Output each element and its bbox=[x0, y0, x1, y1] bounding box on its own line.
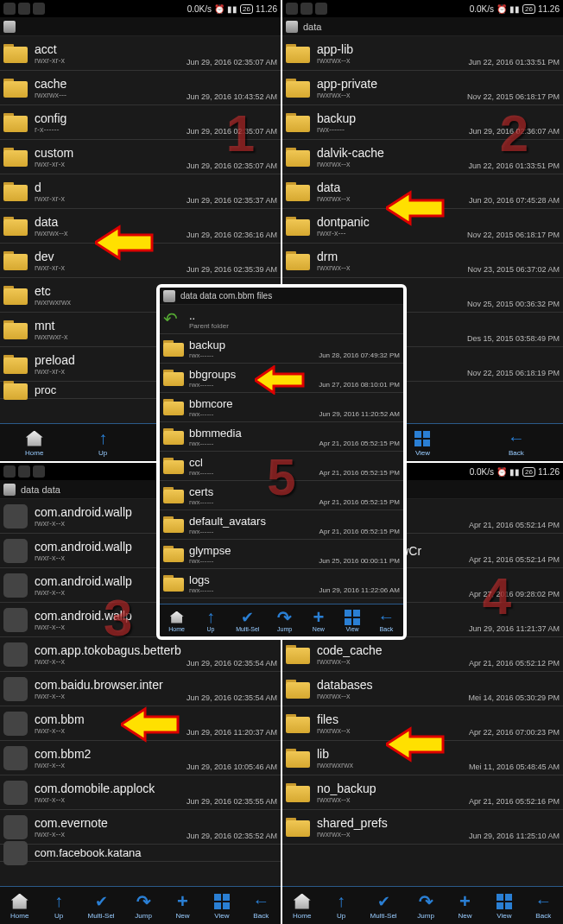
list-item[interactable]: com.evernoterwxr-x--xJun 29, 2016 02:35:… bbox=[0, 810, 281, 845]
bbm-icon bbox=[3, 3, 16, 15]
tool-label: Back bbox=[509, 449, 524, 457]
multi-button[interactable]: ✔Multi-Sel bbox=[370, 892, 397, 920]
path-bar[interactable]: data data com.bbm files bbox=[160, 288, 403, 305]
view-button[interactable]: View bbox=[412, 429, 433, 457]
jump-button[interactable]: ↷Jump bbox=[415, 892, 436, 920]
list-item[interactable]: bbmmediarwx------Apr 21, 2016 05:52:15 P… bbox=[160, 422, 403, 452]
list-item[interactable]: app-librwxrwx--xJun 22, 2016 01:33:51 PM bbox=[282, 36, 563, 71]
path-bar[interactable] bbox=[0, 17, 281, 36]
app-icon bbox=[3, 608, 28, 632]
view-button[interactable]: View bbox=[494, 892, 515, 920]
app-icon bbox=[33, 3, 45, 15]
multi-button[interactable]: ✔Multi-Sel bbox=[236, 610, 259, 632]
back-icon: ← bbox=[533, 892, 554, 911]
net-speed: 0.0K/s bbox=[470, 4, 494, 14]
entry-date: Jun 22, 2016 01:33:51 PM bbox=[468, 161, 560, 170]
app-icon bbox=[3, 504, 28, 528]
up-button[interactable]: ↑Up bbox=[331, 892, 351, 920]
list-item[interactable]: com.bbm2rwxr-x--xJun 29, 2016 10:05:46 A… bbox=[0, 741, 281, 775]
path-bar[interactable]: data bbox=[282, 17, 563, 36]
back-icon: ← bbox=[506, 429, 527, 448]
back-button[interactable]: ←Back bbox=[533, 892, 554, 920]
new-button[interactable]: +New bbox=[454, 892, 475, 920]
folder-icon bbox=[286, 79, 310, 98]
entry-name: com.facebook.katana bbox=[35, 846, 277, 859]
up-button[interactable]: ↑Up bbox=[202, 610, 219, 632]
tool-label: View bbox=[415, 449, 430, 457]
list-item[interactable]: devrwxr-xr-xJun 29, 2016 02:35:39 AM bbox=[0, 244, 281, 278]
view-button[interactable]: View bbox=[212, 892, 232, 920]
folder-icon bbox=[286, 182, 310, 201]
folder-icon bbox=[163, 487, 184, 503]
entry-date: Apr 21, 2016 05:52:16 PM bbox=[469, 797, 560, 806]
list-item[interactable]: configr-x------Jun 29, 2016 02:35:07 AM bbox=[0, 105, 281, 140]
list-item[interactable]: drwxr-xr-xJun 29, 2016 02:35:37 AM bbox=[0, 174, 281, 209]
up-button[interactable]: ↑Up bbox=[48, 892, 69, 920]
new-button[interactable]: +New bbox=[172, 892, 193, 920]
list-item[interactable]: com.bbmrwxr-x--xJun 29, 2016 11:20:37 AM bbox=[0, 706, 281, 741]
entry-date: Jun 29, 2016 02:36:16 AM bbox=[187, 231, 277, 239]
list-item[interactable]: bbmcorerwx------Jun 29, 2016 11:20:52 AM bbox=[160, 393, 403, 422]
list-item[interactable]: glympserwx------Jun 25, 2016 00:00:11 PM bbox=[160, 540, 403, 569]
list-item[interactable]: com.facebook.katana bbox=[0, 845, 281, 862]
jump-button[interactable]: ↷Jump bbox=[133, 892, 154, 920]
view-button[interactable]: View bbox=[344, 610, 361, 632]
list-item[interactable]: cacherwxrwx---Jun 29, 2016 10:43:52 AM bbox=[0, 71, 281, 105]
parent-folder-row[interactable]: .. Parent folder bbox=[160, 305, 403, 334]
battery-icon: 26 bbox=[522, 4, 535, 14]
list-item[interactable]: com.baidu.browser.interrwxr-x--xJun 29, … bbox=[0, 672, 281, 706]
list-item[interactable]: datarwxrwx--xJun 20, 2016 07:45:28 AM bbox=[282, 174, 563, 209]
list-item[interactable]: acctrwxr-xr-xJun 29, 2016 02:35:07 AM bbox=[0, 36, 281, 71]
list-item[interactable]: default_avatarsrwx------Apr 21, 2016 05:… bbox=[160, 510, 403, 540]
tool-label: Home bbox=[168, 626, 185, 632]
home-button[interactable]: Home bbox=[24, 429, 45, 457]
entry-date: Nov 22, 2015 06:18:17 PM bbox=[467, 92, 560, 101]
list-item[interactable]: com.domobile.applockrwxr-x--xJun 29, 201… bbox=[0, 775, 281, 810]
path-text: data bbox=[303, 22, 321, 32]
list-item[interactable]: no_backuprwxrwx--xApr 21, 2016 05:52:16 … bbox=[282, 775, 563, 810]
list-item[interactable]: backuprwx------Jun 29, 2016 02:36:07 AM bbox=[282, 105, 563, 140]
list-item[interactable]: code_cacherwxrwx--xApr 21, 2016 05:52:12… bbox=[282, 637, 563, 672]
list-item[interactable]: datarwxrwx--xJun 29, 2016 02:36:16 AM bbox=[0, 209, 281, 244]
new-button[interactable]: +New bbox=[310, 610, 327, 632]
list-item[interactable]: app-privaterwxrwx--xNov 22, 2015 06:18:1… bbox=[282, 71, 563, 105]
up-button[interactable]: ↑Up bbox=[92, 429, 113, 457]
list-item[interactable]: dontpanicrwxr-x---Nov 22, 2015 06:18:17 … bbox=[282, 209, 563, 244]
app-icon bbox=[3, 642, 28, 667]
up-icon: ↑ bbox=[202, 610, 219, 625]
back-button[interactable]: ←Back bbox=[506, 429, 527, 457]
multi-button[interactable]: ✔Multi-Sel bbox=[88, 892, 115, 920]
home-button[interactable]: Home bbox=[292, 892, 313, 920]
list-item[interactable]: logsrwx------Jun 29, 2016 11:22:06 AM bbox=[160, 569, 403, 598]
jump-icon: ↷ bbox=[133, 892, 154, 911]
lock-icon bbox=[3, 21, 16, 33]
up-arrow-icon bbox=[163, 312, 182, 327]
toolbar: Home↑Up✔Multi-Sel↷Jump+NewView←Back bbox=[160, 604, 403, 636]
list-item[interactable]: filesrwxrwx--xApr 22, 2016 07:00:23 PM bbox=[282, 706, 563, 741]
list-item[interactable]: drmrwxrwx--xNov 23, 2015 06:37:02 AM bbox=[282, 244, 563, 278]
tool-label: Jump bbox=[417, 912, 434, 920]
file-list[interactable]: .. Parent folder backuprwx------Jun 28, … bbox=[160, 305, 403, 604]
entry-date: Apr 21, 2016 05:52:15 PM bbox=[319, 440, 400, 447]
list-item[interactable]: com.app.tokobagus.betterbrwxr-x--xJun 29… bbox=[0, 637, 281, 672]
jump-button[interactable]: ↷Jump bbox=[276, 610, 294, 632]
list-item[interactable]: librwxrwxrwxMei 11, 2016 05:48:45 AM bbox=[282, 741, 563, 775]
home-button[interactable]: Home bbox=[9, 892, 30, 920]
list-item[interactable]: tmp bbox=[160, 598, 403, 604]
home-button[interactable]: Home bbox=[168, 610, 186, 632]
entry-name: code_cache bbox=[317, 643, 560, 657]
list-item[interactable]: dalvik-cacherwxrwx--xJun 22, 2016 01:33:… bbox=[282, 140, 563, 174]
entry-date: Jun 29, 2016 11:20:37 AM bbox=[187, 728, 277, 737]
list-item[interactable]: bbgroupsrwx------Jun 27, 2016 08:10:01 P… bbox=[160, 364, 403, 393]
back-button[interactable]: ←Back bbox=[250, 892, 271, 920]
tool-label: Multi-Sel bbox=[370, 912, 397, 920]
list-item[interactable]: customrwxr-xr-xJun 29, 2016 02:35:07 AM bbox=[0, 140, 281, 174]
list-item[interactable]: backuprwx------Jun 28, 2016 07:49:32 PM bbox=[160, 334, 403, 364]
tool-label: Home bbox=[25, 449, 43, 457]
list-item[interactable]: certsrwx------Apr 21, 2016 05:52:15 PM bbox=[160, 481, 403, 510]
back-button[interactable]: ←Back bbox=[377, 610, 395, 632]
list-item[interactable]: databasesrwxrwx--xMei 14, 2016 05:30:29 … bbox=[282, 672, 563, 706]
entry-name: app-private bbox=[317, 77, 560, 91]
list-item[interactable]: shared_prefsrwxrwx--xJun 29, 2016 11:25:… bbox=[282, 810, 563, 845]
list-item[interactable]: cclrwx------Apr 21, 2016 05:52:15 PM bbox=[160, 452, 403, 481]
